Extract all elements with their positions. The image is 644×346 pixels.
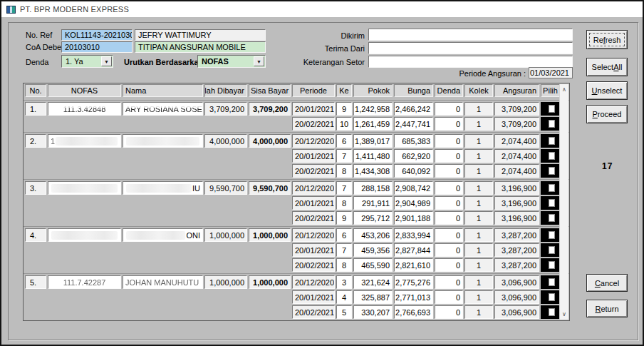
- denda-cell[interactable]: 0: [435, 149, 463, 163]
- scroll-up-button[interactable]: ∧: [560, 84, 568, 95]
- scroll-down-button[interactable]: ∨: [560, 309, 568, 320]
- table-row: 4. ONI 1,000,000 1,000,000 20/01/2021 7 …: [24, 243, 569, 257]
- pokok-cell[interactable]: 1,261,459: [353, 117, 393, 131]
- coa-debet-field[interactable]: 20103010: [61, 41, 133, 53]
- denda-cell[interactable]: 0: [435, 243, 463, 257]
- pilih-checkbox[interactable]: [541, 164, 560, 178]
- no-ref-field[interactable]: KOL11143-20210301: [61, 29, 133, 41]
- periode-cell: 20/02/2021: [292, 211, 335, 225]
- denda-cell[interactable]: 0: [435, 258, 463, 272]
- bunga-cell[interactable]: 2,771,013: [394, 290, 433, 304]
- denda-cell[interactable]: 0: [435, 181, 463, 195]
- denda-cell[interactable]: 0: [435, 117, 463, 131]
- bunga-cell[interactable]: 2,827,844: [394, 243, 433, 257]
- dikirim-input[interactable]: [368, 29, 573, 41]
- bunga-cell[interactable]: 2,904,989: [394, 196, 433, 210]
- table-row: 1. 111.3.42848 ARY ROSIANA SOSELISA MA 3…: [24, 117, 569, 131]
- table-row: 2. 1 4,000,000 4,000,000 20/02/2021 8 1,…: [24, 164, 569, 178]
- bunga-cell[interactable]: 2,908,742: [394, 181, 433, 195]
- bunga-cell[interactable]: 640,092: [394, 164, 433, 178]
- bunga-cell[interactable]: 2,833,994: [394, 228, 433, 242]
- redacted-text: [56, 137, 118, 146]
- denda-dropdown[interactable]: 1. Ya ▼: [61, 55, 113, 68]
- pilih-checkbox[interactable]: [541, 228, 560, 242]
- table-row: 2. 1 4,000,000 4,000,000 20/12/2020 6 1,…: [24, 134, 569, 148]
- denda-cell[interactable]: 0: [435, 102, 463, 116]
- table-row: 5. 111.7.42287 JOHAN MANUHUTU 1,000,000 …: [24, 305, 569, 319]
- table-row: 3. IU 9,590,700 9,590,700 20/12/2020 7 2…: [24, 181, 569, 195]
- denda-cell[interactable]: 0: [435, 305, 463, 319]
- bunga-cell[interactable]: 2,775,276: [394, 275, 433, 289]
- unselect-button[interactable]: Unselect: [586, 81, 628, 100]
- ke-cell: 9: [336, 211, 352, 225]
- bunga-cell[interactable]: 2,766,693: [394, 305, 433, 319]
- denda-cell[interactable]: 0: [435, 275, 463, 289]
- bunga-cell[interactable]: 662,920: [394, 149, 433, 163]
- pokok-cell[interactable]: 459,356: [353, 243, 393, 257]
- denda-cell[interactable]: 0: [435, 196, 463, 210]
- denda-cell[interactable]: 0: [435, 228, 463, 242]
- column-header: Angsuran: [494, 84, 539, 97]
- column-header: Pilih: [541, 84, 560, 97]
- denda-cell[interactable]: 0: [435, 290, 463, 304]
- chevron-down-icon[interactable]: ▼: [254, 56, 264, 66]
- pokok-cell[interactable]: 325,887: [353, 290, 393, 304]
- installments-table: No.NOFASNamaJumlah DibayarSisa BayarPeri…: [23, 83, 570, 321]
- periode-cell: 20/02/2021: [292, 258, 335, 272]
- denda-cell[interactable]: 0: [435, 211, 463, 225]
- denda-cell[interactable]: 0: [435, 164, 463, 178]
- refresh-button[interactable]: Refresh: [586, 30, 628, 49]
- pokok-cell[interactable]: 1,434,308: [353, 164, 393, 178]
- bunga-cell[interactable]: 2,821,610: [394, 258, 433, 272]
- angsuran-cell: 2,074,400: [494, 134, 539, 148]
- nama-cell: ARY ROSIANA SOSELISA MA: [123, 102, 203, 116]
- terima-dari-input[interactable]: [368, 42, 573, 54]
- selected-count: 17: [602, 161, 613, 171]
- bunga-cell[interactable]: 2,901,188: [394, 211, 433, 225]
- kolek-cell: 1: [464, 258, 493, 272]
- bunga-cell[interactable]: 2,447,741: [394, 117, 433, 131]
- pilih-checkbox[interactable]: [541, 134, 560, 148]
- kolek-cell: 1: [464, 117, 493, 131]
- pilih-checkbox[interactable]: [541, 117, 560, 131]
- pokok-cell[interactable]: 1,411,480: [353, 149, 393, 163]
- pilih-checkbox[interactable]: [541, 275, 560, 289]
- pokok-cell[interactable]: 1,242,958: [353, 102, 393, 116]
- select-all-button[interactable]: Select All: [586, 58, 628, 76]
- periode-cell: 20/12/2020: [292, 228, 335, 242]
- pilih-checkbox[interactable]: [541, 243, 560, 257]
- proceed-button[interactable]: Proceed: [586, 105, 628, 123]
- pokok-cell[interactable]: 288,158: [353, 181, 393, 195]
- cancel-button[interactable]: Cancel: [586, 274, 628, 292]
- angsuran-cell: 3,096,900: [494, 275, 539, 289]
- table-header: No.NOFASNamaJumlah DibayarSisa BayarPeri…: [24, 84, 569, 97]
- pilih-checkbox[interactable]: [541, 181, 560, 195]
- pilih-checkbox[interactable]: [541, 258, 560, 272]
- pokok-cell[interactable]: 1,389,017: [353, 134, 393, 148]
- column-header: NOFAS: [48, 84, 121, 97]
- pilih-checkbox[interactable]: [541, 149, 560, 163]
- pilih-checkbox[interactable]: [541, 196, 560, 210]
- ke-cell: 3: [336, 275, 352, 289]
- pokok-cell[interactable]: 330,207: [353, 305, 393, 319]
- pokok-cell[interactable]: 295,712: [353, 211, 393, 225]
- denda-cell[interactable]: 0: [435, 134, 463, 148]
- bunga-cell[interactable]: 685,383: [394, 134, 433, 148]
- bunga-cell[interactable]: 2,466,242: [394, 102, 433, 116]
- pilih-checkbox[interactable]: [541, 305, 560, 319]
- pilih-checkbox[interactable]: [541, 102, 560, 116]
- no-cell: 2.: [25, 134, 46, 148]
- return-button[interactable]: Return: [586, 300, 628, 317]
- keterangan-setor-input[interactable]: [368, 56, 573, 68]
- pokok-cell[interactable]: 453,206: [353, 228, 393, 242]
- table-scrollbar[interactable]: ∧ ∨: [559, 84, 568, 320]
- pilih-checkbox[interactable]: [541, 211, 560, 225]
- chevron-down-icon[interactable]: ▼: [101, 56, 112, 66]
- pokok-cell[interactable]: 291,911: [353, 196, 393, 210]
- urutkan-dropdown[interactable]: NOFAS ▼: [197, 55, 266, 68]
- periode-cell: 20/01/2021: [292, 290, 335, 304]
- pokok-cell[interactable]: 465,590: [353, 258, 393, 272]
- pokok-cell[interactable]: 321,624: [353, 275, 393, 289]
- pilih-checkbox[interactable]: [541, 290, 560, 304]
- urutkan-label: Urutkan Berdasarkan: [124, 58, 203, 66]
